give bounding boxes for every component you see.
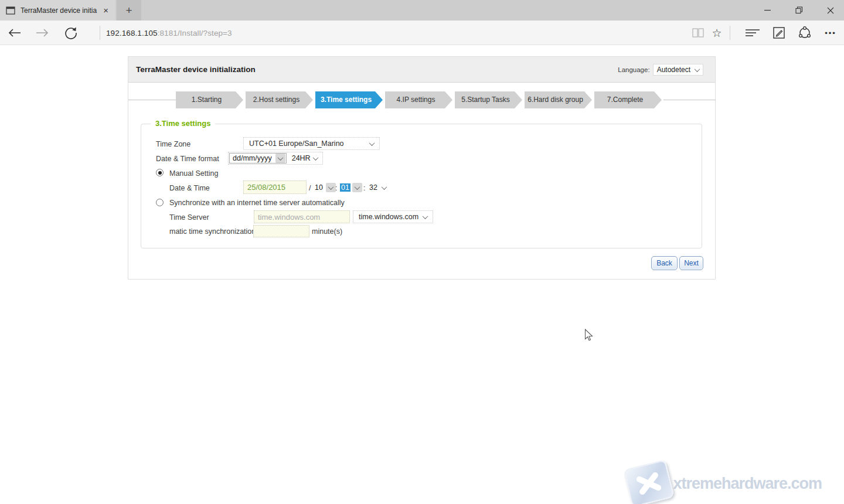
autosync-suffix: minute(s) [312,227,342,236]
chevron-down-icon [381,184,387,190]
second-select[interactable]: 32 [368,181,386,194]
colon-separator: : [363,184,365,192]
language-label: Language: [618,66,649,73]
chevron-down-icon [354,184,360,190]
format-label: Date & Time format [156,155,219,163]
minute-value: 01 [340,183,350,192]
autosync-interval-input[interactable] [253,225,309,237]
step-starting[interactable]: 1.Starting [176,91,243,108]
page-icon [6,6,15,15]
step-startup-tasks[interactable]: 5.Startup Tasks [455,91,522,108]
watermark-text: xtremehardware.com [673,475,822,493]
browser-tab[interactable]: TerraMaster device initia × [0,0,115,21]
address-divider [100,26,100,40]
url-text[interactable]: 192.168.1.105:8181/Install/?step=3 [106,21,232,45]
minimize-icon [764,7,771,13]
manual-setting-radio[interactable] [156,169,164,176]
hour-select[interactable]: 10 [314,181,336,194]
star-icon: ☆ [712,26,722,40]
time-zone-label: Time Zone [156,140,190,148]
window-restore-button[interactable] [785,0,812,21]
step-connector-right [663,100,716,100]
refresh-button[interactable] [62,21,80,45]
step-hard-disk-group[interactable]: 6.Hard disk group [525,91,592,108]
window-close-button[interactable] [817,0,844,21]
chevron-down-icon [312,155,318,161]
step-complete[interactable]: 7.Complete [594,91,662,108]
language-select[interactable]: Autodetect [653,64,703,76]
hub-button[interactable] [743,21,762,45]
chevron-down-icon [277,155,283,161]
language-value: Autodetect [657,66,690,74]
hour-format-select[interactable]: 24HR [292,154,318,162]
time-zone-select[interactable]: UTC+01 Europe/San_Marino [243,137,380,150]
format-group: dd/mm/yyyy 24HR [228,152,323,165]
url-host: 192.168.1.105 [106,29,158,38]
step-time-settings[interactable]: 3.Time settings [315,91,383,108]
time-server-input[interactable] [254,210,350,223]
web-note-button[interactable] [770,21,788,45]
window-minimize-button[interactable] [754,0,781,21]
minute-select[interactable]: 01 [340,181,363,194]
panel-header: TerraMaster device initialization Langua… [128,57,715,83]
time-settings-fieldset: 3.Time settings Time Zone UTC+01 Europe/… [141,124,702,248]
forward-arrow-icon [36,29,49,37]
fieldset-legend: 3.Time settings [151,119,215,128]
select-arrow-button[interactable] [275,154,285,163]
time-server-label: Time Server [169,213,209,222]
autosync-label: matic time synchronization: [169,227,258,236]
url-rest: :8181/Install/?step=3 [158,29,232,38]
watermark: xtremehardware.com [627,464,822,503]
hour-format-value: 24HR [292,154,311,162]
second-value: 32 [368,183,379,192]
favorites-button[interactable]: ☆ [708,21,726,45]
watermark-x-icon [623,459,675,504]
browser-titlebar: TerraMaster device initia × + [0,0,844,21]
tab-close-icon[interactable]: × [101,5,111,15]
cursor-arrow-icon [584,329,593,342]
more-icon: ••• [825,29,836,38]
step-ip-settings[interactable]: 4.IP settings [385,91,452,108]
back-button[interactable]: Back [651,256,678,270]
refresh-icon [64,26,78,40]
toolbar-divider [730,26,730,40]
hub-icon [745,29,760,37]
close-icon [827,7,834,14]
new-tab-button[interactable]: + [117,0,141,21]
slash-separator: / [309,184,311,192]
date-input[interactable] [243,181,307,194]
chevron-down-icon [423,213,428,219]
back-arrow-icon [8,29,21,37]
hour-value: 10 [314,183,324,192]
back-button[interactable] [6,21,23,45]
date-format-value: dd/mm/yyyy [230,154,275,162]
sync-radio[interactable] [156,199,164,206]
time-server-select[interactable]: time.windows.com [353,210,433,223]
forward-button[interactable] [33,21,51,45]
colon-separator: : [335,184,337,192]
chevron-down-icon [369,140,375,146]
time-zone-value: UTC+01 Europe/San_Marino [249,139,344,148]
step-connector-left [128,100,176,100]
sync-label[interactable]: Synchronize with an internet time server… [169,199,345,207]
reading-view-icon [692,28,704,38]
select-arrow-button[interactable] [352,183,362,192]
manual-setting-label[interactable]: Manual Setting [169,169,218,178]
share-button[interactable] [795,21,814,45]
next-button[interactable]: Next [679,256,703,270]
wizard-steps: 1.Starting 2.Host settings 3.Time settin… [176,91,664,108]
web-note-icon [773,27,785,39]
time-server-value: time.windows.com [359,213,418,221]
tab-title: TerraMaster device initia [21,6,101,15]
date-format-select[interactable]: dd/mm/yyyy [229,153,287,164]
chevron-down-icon [695,66,700,72]
step-host-settings[interactable]: 2.Host settings [246,91,313,108]
restore-icon [795,6,803,14]
select-arrow-button[interactable] [326,183,336,192]
share-icon [798,26,811,39]
datetime-label: Date & Time [169,184,210,192]
address-bar[interactable]: 192.168.1.105:8181/Install/?step=3 ☆ [0,21,844,45]
reading-view-button[interactable] [689,21,707,45]
more-options-button[interactable]: ••• [821,21,840,45]
page-title: TerraMaster device initialization [136,65,256,74]
